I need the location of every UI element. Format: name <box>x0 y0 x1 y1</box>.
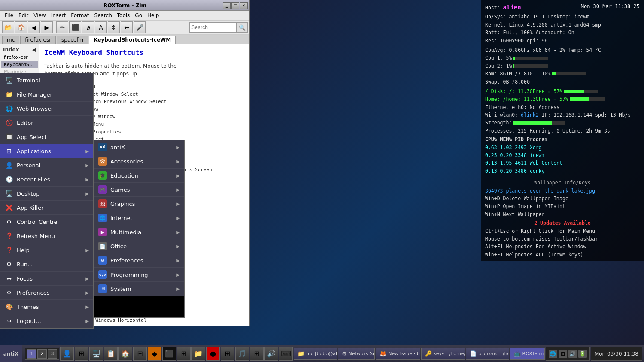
submenu-antix[interactable]: aX antiX ▶ <box>94 140 184 154</box>
workspace-2[interactable]: 2 <box>37 349 47 359</box>
submenu-internet[interactable]: 🌐 Internet ▶ <box>94 211 184 225</box>
launcher-black[interactable]: ⬛ <box>162 347 176 361</box>
search-button[interactable]: 🔍 <box>237 22 248 33</box>
menu-editor[interactable]: 🚫 Editor <box>0 116 93 130</box>
tab-firefox-esr[interactable]: firefox-esr <box>20 36 56 44</box>
window-firefox[interactable]: 🦊 New Issue · bbidulo... <box>376 348 420 360</box>
toolbar-mic-btn[interactable]: 🎤 <box>134 21 146 33</box>
menu-format[interactable]: Format <box>68 12 91 19</box>
submenu-programming[interactable]: </> Programming ▶ <box>94 268 184 282</box>
tab-mc[interactable]: mc <box>2 36 19 44</box>
launcher-grid2[interactable]: ⊞ <box>133 347 147 361</box>
launcher-grid5[interactable]: ⊞ <box>250 347 264 361</box>
submenu-accessories[interactable]: ⚙ Accessories ▶ <box>94 154 184 169</box>
launcher-grid3[interactable]: ⊞ <box>177 347 191 361</box>
window-network[interactable]: ⚙️ Network Settings <box>338 348 375 360</box>
launcher-screen[interactable]: 🖥️ <box>89 347 103 361</box>
workspace-1[interactable]: 1 <box>27 349 36 359</box>
menu-refresh-menu[interactable]: ❓ Refresh Menu <box>0 229 93 243</box>
launcher-orange[interactable]: ◆ <box>148 347 161 361</box>
launcher-grid1[interactable]: ⊞ <box>75 347 88 361</box>
menu-recent-files[interactable]: 🕐 Recent Files ▶ <box>0 172 93 187</box>
help-arrow-icon: ▶ <box>85 248 89 253</box>
launcher-music[interactable]: 🎵 <box>235 347 249 361</box>
window-mc[interactable]: 📁 mc [bobc@alien]:~/. <box>294 348 337 360</box>
launcher-grid4[interactable]: ⊞ <box>221 347 234 361</box>
launcher-clipboard[interactable]: 📋 <box>104 347 118 361</box>
launcher-kbd[interactable]: ⌨ <box>279 347 293 361</box>
menu-personal[interactable]: 👤 Personal ▶ <box>0 158 93 172</box>
menu-logout-label: Logout... <box>17 318 82 324</box>
menu-search[interactable]: Search <box>92 12 115 19</box>
menu-applications[interactable]: ⊞ Applications ▶ <box>0 144 93 158</box>
toolbar-link-btn[interactable]: A <box>95 21 107 33</box>
games-arrow-icon: ▶ <box>176 187 180 192</box>
menu-edit[interactable]: Edit <box>16 12 31 19</box>
menu-go[interactable]: Go <box>132 12 145 19</box>
sidebar-firefox-esr[interactable]: firefox-esr <box>1 54 38 61</box>
menu-help[interactable]: ❓ Help ▶ <box>0 243 93 257</box>
tray-grid[interactable]: ⊞ <box>559 350 567 358</box>
antix-label[interactable]: antiX <box>0 345 22 362</box>
sidebar-collapse-btn[interactable]: ◀ <box>32 47 36 53</box>
search-input[interactable] <box>189 22 237 33</box>
close-button[interactable]: ✕ <box>240 2 248 9</box>
launcher-home[interactable]: 🏠 <box>118 347 132 361</box>
menu-desktop[interactable]: 🖥️ Desktop ▶ <box>0 187 93 201</box>
menu-preferences[interactable]: ⚙️ Preferences ▶ <box>0 286 93 300</box>
launcher-vol[interactable]: 🔊 <box>264 347 278 361</box>
submenu-preferences-icon: ⚙ <box>98 256 107 265</box>
toolbar-view-btn[interactable]: ⬛ <box>69 21 81 33</box>
toolbar-img-btn[interactable]: ↕ <box>108 21 120 33</box>
window-roxterm[interactable]: 📺 ROXTerm - Zim <box>510 348 545 360</box>
toolbar-forward-btn[interactable]: ▶ <box>41 21 53 33</box>
sidebar-keyboard-shortcuts[interactable]: KeyboardSh... <box>1 61 38 68</box>
menu-app-killer[interactable]: ❌ App Killer <box>0 201 93 215</box>
toolbar-italic-btn[interactable]: a <box>82 21 94 33</box>
submenu-multimedia[interactable]: ▶ Multimedia ▶ <box>94 225 184 239</box>
menu-web-browser[interactable]: 🌐 Web Browser <box>0 102 93 116</box>
launcher-user[interactable]: 👤 <box>60 347 74 361</box>
toolbar-table-btn[interactable]: ↔ <box>121 21 133 33</box>
menu-themes[interactable]: 🎨 Themes ▶ <box>0 300 93 314</box>
menu-app-select[interactable]: 🔲 App Select <box>0 130 93 144</box>
roxterm-tb-icon: 📺 <box>514 350 521 357</box>
window-keys[interactable]: 🔑 keys - /home/bobc/... <box>421 348 465 360</box>
menu-help[interactable]: Help <box>145 12 161 19</box>
menu-run[interactable]: ⚙️ Run... <box>0 257 93 272</box>
menu-control-centre[interactable]: ⚙️ Control Centre <box>0 215 93 229</box>
conky-ram-line: Ram: 861M /7.81G - 10% <box>485 70 640 78</box>
launcher-folder[interactable]: 📁 <box>191 347 205 361</box>
tab-keyboard-shortcuts[interactable]: KeyboardShortcuts-IceWM <box>89 36 176 44</box>
submenu-system[interactable]: 🖥 System ▶ <box>94 282 184 296</box>
launcher-red[interactable]: ● <box>206 347 220 361</box>
menu-terminal[interactable]: 🖥️ Terminal <box>0 73 93 87</box>
window-conkyrc[interactable]: 📄 .conkyrc - /home/b... <box>466 348 509 360</box>
toolbar-open-btn[interactable]: 📂 <box>2 21 14 33</box>
menu-focus[interactable]: ↔ Focus ▶ <box>0 272 93 286</box>
workspace-3[interactable]: 3 <box>48 349 57 359</box>
submenu-education[interactable]: 🎓 Education ▶ <box>94 169 184 183</box>
tray-volume[interactable]: 🔊 <box>568 350 577 358</box>
tray-globe[interactable]: 🌐 <box>549 350 557 358</box>
menu-logout[interactable]: ↪ Logout... ▶ <box>0 314 93 328</box>
menu-file[interactable]: File <box>2 12 16 19</box>
menu-insert[interactable]: Insert <box>49 12 68 19</box>
toolbar-edit-btn[interactable]: ✏️ <box>56 21 68 33</box>
games-icon: 🎮 <box>98 185 107 194</box>
maximize-button[interactable]: □ <box>231 2 239 9</box>
tab-spacefm[interactable]: spacefm <box>57 36 88 44</box>
menu-view[interactable]: View <box>31 12 48 19</box>
toolbar-back-btn[interactable]: ◀ <box>28 21 40 33</box>
menu-tools[interactable]: Tools <box>115 12 133 19</box>
minimize-button[interactable]: _ <box>223 2 231 9</box>
submenu-games[interactable]: 🎮 Games ▶ <box>94 183 184 197</box>
conky-wifi: WiFi wlan0: dlink2 IP: 192.168.1.144 spd… <box>485 111 640 119</box>
submenu-office[interactable]: 📄 Office ▶ <box>94 239 184 253</box>
taskbar-app-launchers: 👤 ⊞ 🖥️ 📋 🏠 ⊞ ◆ ⬛ ⊞ 📁 ● ⊞ 🎵 ⊞ 🔊 ⌨ <box>60 347 293 361</box>
toolbar-home-btn[interactable]: 🏠 <box>15 21 27 33</box>
menu-file-manager[interactable]: 📁 File Manager <box>0 87 93 102</box>
submenu-preferences[interactable]: ⚙ Preferences ▶ <box>94 253 184 268</box>
tray-battery[interactable]: 🔋 <box>578 350 587 358</box>
submenu-graphics[interactable]: 🖼 Graphics ▶ <box>94 197 184 211</box>
